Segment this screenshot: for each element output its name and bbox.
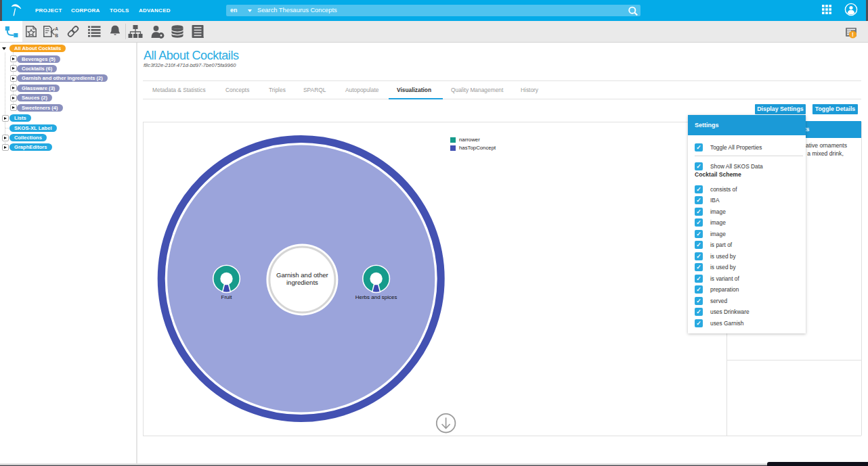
svg-text:A: A — [55, 26, 58, 31]
svg-text:B: B — [55, 33, 58, 38]
svg-text:Herbs and spices: Herbs and spices — [355, 294, 397, 300]
svg-text:Fruit: Fruit — [221, 294, 233, 300]
svg-text:!: ! — [852, 31, 854, 38]
svg-text:Garnish and other: Garnish and other — [276, 271, 329, 279]
svg-text:ingredients: ingredients — [286, 279, 318, 286]
